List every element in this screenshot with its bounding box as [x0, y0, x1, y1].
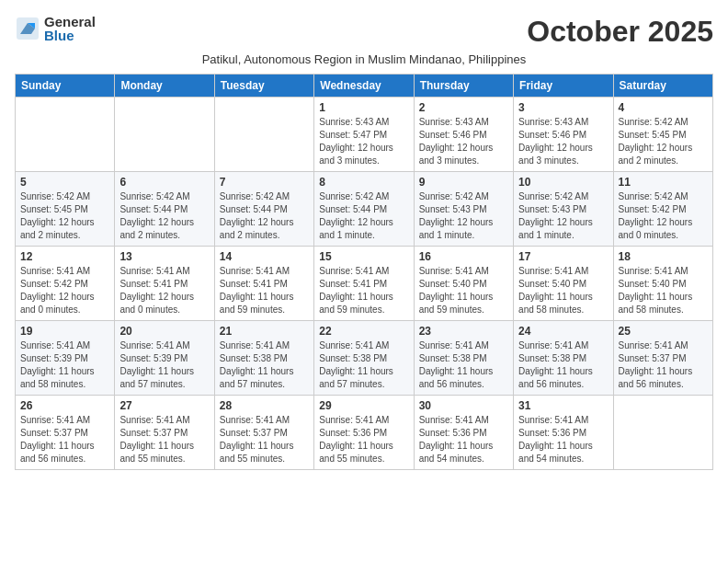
day-info: Sunrise: 5:41 AMSunset: 5:38 PMDaylight:… — [419, 339, 508, 391]
day-number: 25 — [619, 325, 708, 338]
logo-blue-label: Blue — [44, 29, 96, 42]
day-info: Sunrise: 5:41 AMSunset: 5:40 PMDaylight:… — [419, 265, 508, 316]
week-row-2: 5Sunrise: 5:42 AMSunset: 5:45 PMDaylight… — [16, 172, 713, 247]
weekday-header-friday: Friday — [514, 75, 613, 98]
calendar-cell: 28Sunrise: 5:41 AMSunset: 5:37 PMDayligh… — [214, 396, 313, 470]
day-info: Sunrise: 5:41 AMSunset: 5:37 PMDaylight:… — [119, 414, 209, 465]
calendar-cell: 26Sunrise: 5:41 AMSunset: 5:37 PMDayligh… — [16, 396, 115, 470]
calendar-cell: 27Sunrise: 5:41 AMSunset: 5:37 PMDayligh… — [115, 396, 214, 470]
logo-text: General Blue — [44, 15, 96, 42]
day-number: 30 — [419, 399, 508, 412]
calendar-cell: 6Sunrise: 5:42 AMSunset: 5:44 PMDaylight… — [115, 172, 214, 247]
day-number: 27 — [119, 399, 209, 412]
day-info: Sunrise: 5:42 AMSunset: 5:44 PMDaylight:… — [319, 190, 408, 242]
day-number: 4 — [619, 101, 708, 114]
day-number: 10 — [518, 176, 608, 189]
calendar-cell: 30Sunrise: 5:41 AMSunset: 5:36 PMDayligh… — [414, 396, 513, 470]
calendar-cell: 14Sunrise: 5:41 AMSunset: 5:41 PMDayligh… — [214, 247, 313, 321]
day-info: Sunrise: 5:41 AMSunset: 5:36 PMDaylight:… — [518, 414, 608, 465]
calendar-cell: 8Sunrise: 5:42 AMSunset: 5:44 PMDaylight… — [314, 172, 414, 247]
calendar-cell: 7Sunrise: 5:42 AMSunset: 5:44 PMDaylight… — [214, 172, 313, 247]
day-number: 19 — [20, 325, 109, 338]
day-info: Sunrise: 5:41 AMSunset: 5:38 PMDaylight:… — [518, 339, 608, 391]
day-info: Sunrise: 5:41 AMSunset: 5:41 PMDaylight:… — [220, 265, 309, 316]
calendar-cell: 3Sunrise: 5:43 AMSunset: 5:46 PMDaylight… — [514, 98, 613, 172]
day-info: Sunrise: 5:41 AMSunset: 5:37 PMDaylight:… — [220, 414, 309, 465]
calendar-cell: 29Sunrise: 5:41 AMSunset: 5:36 PMDayligh… — [314, 396, 414, 470]
day-number: 13 — [119, 250, 209, 263]
weekday-header-row: SundayMondayTuesdayWednesdayThursdayFrid… — [16, 75, 713, 98]
calendar-cell — [214, 98, 313, 172]
week-row-5: 26Sunrise: 5:41 AMSunset: 5:37 PMDayligh… — [16, 396, 713, 470]
day-number: 12 — [20, 250, 109, 263]
day-info: Sunrise: 5:41 AMSunset: 5:41 PMDaylight:… — [319, 265, 408, 316]
calendar-cell: 23Sunrise: 5:41 AMSunset: 5:38 PMDayligh… — [414, 321, 513, 396]
day-number: 5 — [20, 176, 109, 189]
week-row-3: 12Sunrise: 5:41 AMSunset: 5:42 PMDayligh… — [16, 247, 713, 321]
day-info: Sunrise: 5:42 AMSunset: 5:45 PMDaylight:… — [20, 190, 109, 242]
day-info: Sunrise: 5:41 AMSunset: 5:40 PMDaylight:… — [619, 265, 708, 316]
day-info: Sunrise: 5:41 AMSunset: 5:38 PMDaylight:… — [220, 339, 309, 391]
weekday-header-thursday: Thursday — [414, 75, 513, 98]
calendar-cell: 4Sunrise: 5:42 AMSunset: 5:45 PMDaylight… — [613, 98, 712, 172]
day-number: 3 — [518, 101, 608, 114]
calendar-cell: 17Sunrise: 5:41 AMSunset: 5:40 PMDayligh… — [514, 247, 613, 321]
day-info: Sunrise: 5:41 AMSunset: 5:36 PMDaylight:… — [319, 414, 408, 465]
day-number: 7 — [220, 176, 309, 189]
day-info: Sunrise: 5:42 AMSunset: 5:45 PMDaylight:… — [619, 116, 708, 167]
day-number: 26 — [20, 399, 109, 412]
calendar-cell: 25Sunrise: 5:41 AMSunset: 5:37 PMDayligh… — [613, 321, 712, 396]
day-number: 2 — [419, 101, 508, 114]
day-info: Sunrise: 5:41 AMSunset: 5:37 PMDaylight:… — [619, 339, 708, 391]
calendar-cell: 1Sunrise: 5:43 AMSunset: 5:47 PMDaylight… — [314, 98, 414, 172]
day-number: 6 — [119, 176, 209, 189]
day-number: 1 — [319, 101, 408, 114]
day-info: Sunrise: 5:42 AMSunset: 5:44 PMDaylight:… — [220, 190, 309, 242]
day-number: 15 — [319, 250, 408, 263]
calendar-cell — [613, 396, 712, 470]
calendar-cell: 31Sunrise: 5:41 AMSunset: 5:36 PMDayligh… — [514, 396, 613, 470]
month-title: October 2025 — [527, 15, 713, 49]
calendar: SundayMondayTuesdayWednesdayThursdayFrid… — [15, 74, 713, 470]
day-info: Sunrise: 5:42 AMSunset: 5:43 PMDaylight:… — [419, 190, 508, 242]
day-info: Sunrise: 5:43 AMSunset: 5:46 PMDaylight:… — [419, 116, 508, 167]
day-info: Sunrise: 5:41 AMSunset: 5:37 PMDaylight:… — [20, 414, 109, 465]
day-info: Sunrise: 5:41 AMSunset: 5:39 PMDaylight:… — [20, 339, 109, 391]
day-info: Sunrise: 5:41 AMSunset: 5:42 PMDaylight:… — [20, 265, 109, 316]
day-info: Sunrise: 5:41 AMSunset: 5:39 PMDaylight:… — [119, 339, 209, 391]
day-number: 18 — [619, 250, 708, 263]
calendar-cell: 15Sunrise: 5:41 AMSunset: 5:41 PMDayligh… — [314, 247, 414, 321]
day-number: 16 — [419, 250, 508, 263]
subtitle: Patikul, Autonomous Region in Muslim Min… — [15, 52, 713, 66]
day-info: Sunrise: 5:41 AMSunset: 5:41 PMDaylight:… — [119, 265, 209, 316]
day-info: Sunrise: 5:42 AMSunset: 5:44 PMDaylight:… — [119, 190, 209, 242]
day-number: 24 — [518, 325, 608, 338]
calendar-cell: 13Sunrise: 5:41 AMSunset: 5:41 PMDayligh… — [115, 247, 214, 321]
header: General Blue October 2025 — [15, 15, 713, 49]
day-number: 22 — [319, 325, 408, 338]
calendar-cell: 2Sunrise: 5:43 AMSunset: 5:46 PMDaylight… — [414, 98, 513, 172]
weekday-header-monday: Monday — [115, 75, 214, 98]
calendar-cell — [115, 98, 214, 172]
day-info: Sunrise: 5:43 AMSunset: 5:47 PMDaylight:… — [319, 116, 408, 167]
calendar-cell: 18Sunrise: 5:41 AMSunset: 5:40 PMDayligh… — [613, 247, 712, 321]
day-number: 23 — [419, 325, 508, 338]
day-number: 11 — [619, 176, 708, 189]
calendar-cell: 24Sunrise: 5:41 AMSunset: 5:38 PMDayligh… — [514, 321, 613, 396]
calendar-cell: 11Sunrise: 5:42 AMSunset: 5:42 PMDayligh… — [613, 172, 712, 247]
week-row-1: 1Sunrise: 5:43 AMSunset: 5:47 PMDaylight… — [16, 98, 713, 172]
day-info: Sunrise: 5:42 AMSunset: 5:42 PMDaylight:… — [619, 190, 708, 242]
calendar-cell: 21Sunrise: 5:41 AMSunset: 5:38 PMDayligh… — [214, 321, 313, 396]
day-number: 8 — [319, 176, 408, 189]
day-number: 29 — [319, 399, 408, 412]
calendar-cell: 16Sunrise: 5:41 AMSunset: 5:40 PMDayligh… — [414, 247, 513, 321]
weekday-header-saturday: Saturday — [613, 75, 712, 98]
day-number: 14 — [220, 250, 309, 263]
day-number: 9 — [419, 176, 508, 189]
calendar-cell: 12Sunrise: 5:41 AMSunset: 5:42 PMDayligh… — [16, 247, 115, 321]
day-number: 31 — [518, 399, 608, 412]
day-info: Sunrise: 5:41 AMSunset: 5:36 PMDaylight:… — [419, 414, 508, 465]
day-info: Sunrise: 5:43 AMSunset: 5:46 PMDaylight:… — [518, 116, 608, 167]
week-row-4: 19Sunrise: 5:41 AMSunset: 5:39 PMDayligh… — [16, 321, 713, 396]
calendar-cell: 10Sunrise: 5:42 AMSunset: 5:43 PMDayligh… — [514, 172, 613, 247]
